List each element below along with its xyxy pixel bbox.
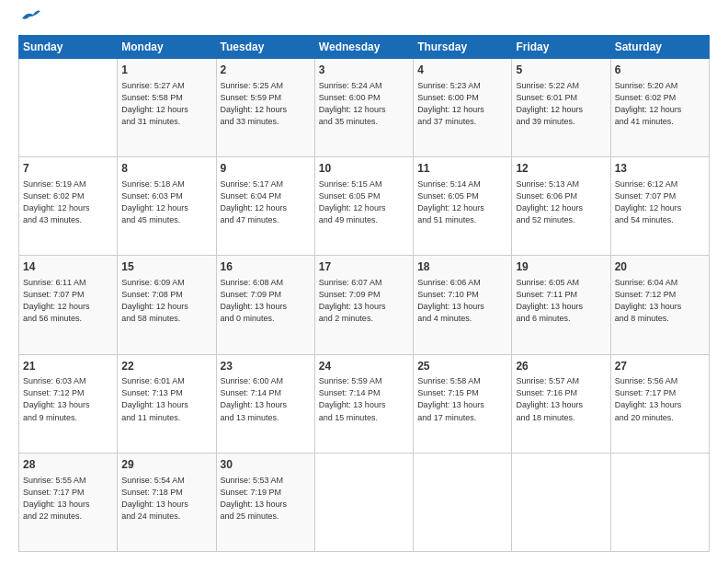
day-of-week-header: Wednesday bbox=[314, 36, 413, 59]
calendar-cell: 23Sunrise: 6:00 AM Sunset: 7:14 PM Dayli… bbox=[216, 354, 314, 453]
page: SundayMondayTuesdayWednesdayThursdayFrid… bbox=[0, 0, 728, 563]
calendar-cell: 10Sunrise: 5:15 AM Sunset: 6:05 PM Dayli… bbox=[314, 157, 413, 256]
day-info: Sunrise: 5:17 AM Sunset: 6:04 PM Dayligh… bbox=[221, 178, 311, 226]
logo bbox=[18, 17, 40, 26]
calendar-cell bbox=[19, 59, 118, 157]
calendar-cell: 4Sunrise: 5:23 AM Sunset: 6:00 PM Daylig… bbox=[414, 59, 512, 157]
day-number: 27 bbox=[615, 359, 705, 374]
day-number: 24 bbox=[319, 359, 409, 374]
day-of-week-row: SundayMondayTuesdayWednesdayThursdayFrid… bbox=[19, 36, 710, 59]
calendar-cell: 24Sunrise: 5:59 AM Sunset: 7:14 PM Dayli… bbox=[314, 354, 413, 453]
day-number: 7 bbox=[23, 161, 113, 177]
calendar-cell: 9Sunrise: 5:17 AM Sunset: 6:04 PM Daylig… bbox=[216, 157, 314, 256]
day-info: Sunrise: 5:18 AM Sunset: 6:03 PM Dayligh… bbox=[121, 178, 211, 226]
calendar-cell bbox=[512, 453, 610, 551]
calendar-cell bbox=[414, 453, 512, 551]
day-number: 20 bbox=[615, 259, 705, 275]
day-number: 21 bbox=[23, 359, 113, 374]
day-info: Sunrise: 5:24 AM Sunset: 6:00 PM Dayligh… bbox=[319, 80, 409, 128]
calendar-cell: 20Sunrise: 6:04 AM Sunset: 7:12 PM Dayli… bbox=[610, 256, 709, 354]
calendar-cell: 17Sunrise: 6:07 AM Sunset: 7:09 PM Dayli… bbox=[314, 256, 413, 354]
day-number: 3 bbox=[319, 63, 409, 78]
calendar-cell: 14Sunrise: 6:11 AM Sunset: 7:07 PM Dayli… bbox=[19, 256, 118, 354]
day-info: Sunrise: 5:59 AM Sunset: 7:14 PM Dayligh… bbox=[319, 375, 409, 423]
calendar-cell: 1Sunrise: 5:27 AM Sunset: 5:58 PM Daylig… bbox=[118, 59, 216, 157]
calendar-cell: 27Sunrise: 5:56 AM Sunset: 7:17 PM Dayli… bbox=[610, 354, 709, 453]
calendar-body: 1Sunrise: 5:27 AM Sunset: 5:58 PM Daylig… bbox=[19, 59, 710, 552]
calendar-cell: 30Sunrise: 5:53 AM Sunset: 7:19 PM Dayli… bbox=[216, 453, 314, 551]
day-of-week-header: Saturday bbox=[610, 36, 709, 59]
day-info: Sunrise: 5:25 AM Sunset: 5:59 PM Dayligh… bbox=[221, 80, 311, 128]
day-number: 5 bbox=[516, 63, 606, 78]
day-info: Sunrise: 5:15 AM Sunset: 6:05 PM Dayligh… bbox=[319, 178, 409, 226]
day-info: Sunrise: 6:05 AM Sunset: 7:11 PM Dayligh… bbox=[516, 277, 606, 325]
calendar-cell: 18Sunrise: 6:06 AM Sunset: 7:10 PM Dayli… bbox=[414, 256, 512, 354]
calendar-cell: 11Sunrise: 5:14 AM Sunset: 6:05 PM Dayli… bbox=[414, 157, 512, 256]
day-info: Sunrise: 6:06 AM Sunset: 7:10 PM Dayligh… bbox=[417, 277, 507, 325]
calendar-cell: 26Sunrise: 5:57 AM Sunset: 7:16 PM Dayli… bbox=[512, 354, 610, 453]
calendar-cell: 15Sunrise: 6:09 AM Sunset: 7:08 PM Dayli… bbox=[118, 256, 216, 354]
day-info: Sunrise: 6:12 AM Sunset: 7:07 PM Dayligh… bbox=[615, 178, 705, 226]
calendar-cell: 3Sunrise: 5:24 AM Sunset: 6:00 PM Daylig… bbox=[314, 59, 413, 157]
day-info: Sunrise: 5:53 AM Sunset: 7:19 PM Dayligh… bbox=[221, 475, 311, 523]
day-number: 16 bbox=[221, 259, 311, 275]
day-info: Sunrise: 5:14 AM Sunset: 6:05 PM Dayligh… bbox=[417, 178, 507, 226]
header bbox=[18, 17, 710, 26]
day-info: Sunrise: 6:01 AM Sunset: 7:13 PM Dayligh… bbox=[121, 375, 211, 423]
day-number: 13 bbox=[615, 161, 705, 177]
day-info: Sunrise: 5:57 AM Sunset: 7:16 PM Dayligh… bbox=[516, 375, 606, 423]
day-number: 14 bbox=[23, 259, 113, 275]
day-number: 8 bbox=[121, 161, 211, 177]
day-of-week-header: Thursday bbox=[414, 36, 512, 59]
day-number: 11 bbox=[417, 161, 507, 177]
day-info: Sunrise: 5:23 AM Sunset: 6:00 PM Dayligh… bbox=[417, 80, 507, 128]
day-number: 15 bbox=[121, 259, 211, 275]
calendar-cell: 2Sunrise: 5:25 AM Sunset: 5:59 PM Daylig… bbox=[216, 59, 314, 157]
calendar-week-row: 7Sunrise: 5:19 AM Sunset: 6:02 PM Daylig… bbox=[19, 157, 710, 256]
day-info: Sunrise: 5:20 AM Sunset: 6:02 PM Dayligh… bbox=[615, 80, 705, 128]
day-number: 6 bbox=[615, 63, 705, 78]
calendar-cell: 12Sunrise: 5:13 AM Sunset: 6:06 PM Dayli… bbox=[512, 157, 610, 256]
day-info: Sunrise: 6:08 AM Sunset: 7:09 PM Dayligh… bbox=[221, 277, 311, 325]
day-info: Sunrise: 6:04 AM Sunset: 7:12 PM Dayligh… bbox=[615, 277, 705, 325]
day-number: 4 bbox=[417, 63, 507, 78]
calendar-cell: 28Sunrise: 5:55 AM Sunset: 7:17 PM Dayli… bbox=[19, 453, 118, 551]
day-of-week-header: Friday bbox=[512, 36, 610, 59]
calendar-cell: 19Sunrise: 6:05 AM Sunset: 7:11 PM Dayli… bbox=[512, 256, 610, 354]
calendar-cell: 8Sunrise: 5:18 AM Sunset: 6:03 PM Daylig… bbox=[118, 157, 216, 256]
calendar-cell: 21Sunrise: 6:03 AM Sunset: 7:12 PM Dayli… bbox=[19, 354, 118, 453]
day-info: Sunrise: 6:11 AM Sunset: 7:07 PM Dayligh… bbox=[23, 277, 113, 325]
day-of-week-header: Tuesday bbox=[216, 36, 314, 59]
day-info: Sunrise: 5:19 AM Sunset: 6:02 PM Dayligh… bbox=[23, 178, 113, 226]
day-of-week-header: Monday bbox=[118, 36, 216, 59]
day-number: 23 bbox=[221, 359, 311, 374]
calendar-table: SundayMondayTuesdayWednesdayThursdayFrid… bbox=[18, 35, 710, 552]
day-number: 2 bbox=[221, 63, 311, 78]
day-info: Sunrise: 5:54 AM Sunset: 7:18 PM Dayligh… bbox=[121, 475, 211, 523]
calendar-week-row: 21Sunrise: 6:03 AM Sunset: 7:12 PM Dayli… bbox=[19, 354, 710, 453]
day-info: Sunrise: 5:55 AM Sunset: 7:17 PM Dayligh… bbox=[23, 475, 113, 523]
day-info: Sunrise: 6:03 AM Sunset: 7:12 PM Dayligh… bbox=[23, 375, 113, 423]
day-number: 18 bbox=[417, 259, 507, 275]
day-number: 25 bbox=[417, 359, 507, 374]
day-number: 29 bbox=[121, 457, 211, 473]
calendar-week-row: 1Sunrise: 5:27 AM Sunset: 5:58 PM Daylig… bbox=[19, 59, 710, 157]
day-number: 12 bbox=[516, 161, 606, 177]
day-number: 19 bbox=[516, 259, 606, 275]
calendar-cell: 6Sunrise: 5:20 AM Sunset: 6:02 PM Daylig… bbox=[610, 59, 709, 157]
calendar-week-row: 28Sunrise: 5:55 AM Sunset: 7:17 PM Dayli… bbox=[19, 453, 710, 551]
day-info: Sunrise: 5:22 AM Sunset: 6:01 PM Dayligh… bbox=[516, 80, 606, 128]
day-info: Sunrise: 5:58 AM Sunset: 7:15 PM Dayligh… bbox=[417, 375, 507, 423]
calendar-cell bbox=[610, 453, 709, 551]
day-number: 17 bbox=[319, 259, 409, 275]
day-info: Sunrise: 6:07 AM Sunset: 7:09 PM Dayligh… bbox=[319, 277, 409, 325]
calendar-cell bbox=[314, 453, 413, 551]
day-number: 1 bbox=[121, 63, 211, 78]
day-number: 9 bbox=[221, 161, 311, 177]
day-number: 26 bbox=[516, 359, 606, 374]
day-of-week-header: Sunday bbox=[19, 36, 118, 59]
day-info: Sunrise: 5:56 AM Sunset: 7:17 PM Dayligh… bbox=[615, 375, 705, 423]
day-info: Sunrise: 6:00 AM Sunset: 7:14 PM Dayligh… bbox=[221, 375, 311, 423]
calendar-cell: 29Sunrise: 5:54 AM Sunset: 7:18 PM Dayli… bbox=[118, 453, 216, 551]
calendar-cell: 22Sunrise: 6:01 AM Sunset: 7:13 PM Dayli… bbox=[118, 354, 216, 453]
